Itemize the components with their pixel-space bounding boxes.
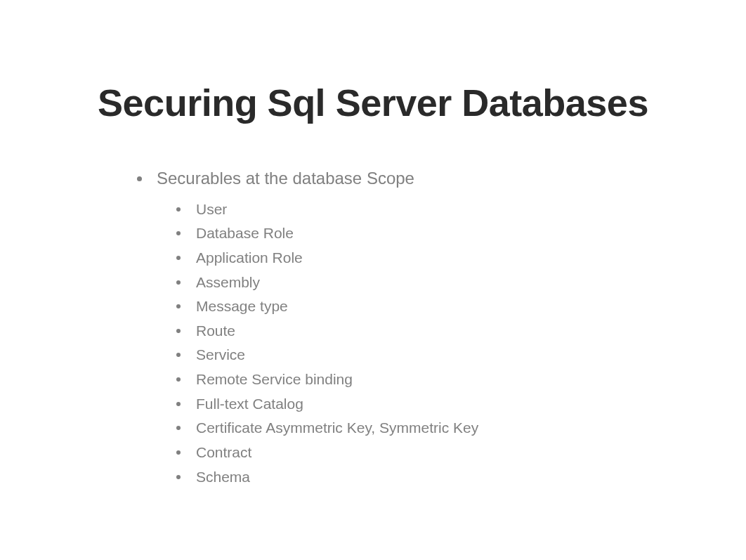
list-item: Database Role bbox=[176, 221, 746, 246]
list-item: Message type bbox=[176, 294, 746, 319]
bullet-list-level-1: Securables at the database Scope User Da… bbox=[137, 167, 746, 489]
list-item: Route bbox=[176, 319, 746, 344]
list-item: Contract bbox=[176, 441, 746, 465]
list-item: Certificate Asymmetric Key, Symmetric Ke… bbox=[176, 416, 746, 441]
list-item: User bbox=[176, 197, 746, 222]
slide-title: Securing Sql Server Databases bbox=[0, 81, 746, 124]
list-item: Securables at the database Scope User Da… bbox=[137, 167, 746, 489]
list-item: Full-text Catalog bbox=[176, 392, 746, 417]
list-item: Schema bbox=[176, 465, 746, 490]
list-item-label: Securables at the database Scope bbox=[157, 169, 414, 188]
list-item: Assembly bbox=[176, 271, 746, 295]
list-item: Application Role bbox=[176, 246, 746, 271]
list-item: Remote Service binding bbox=[176, 367, 746, 392]
list-item: Service bbox=[176, 343, 746, 367]
bullet-list-level-2: User Database Role Application Role Asse… bbox=[157, 197, 746, 490]
slide-content: Securables at the database Scope User Da… bbox=[0, 167, 746, 489]
